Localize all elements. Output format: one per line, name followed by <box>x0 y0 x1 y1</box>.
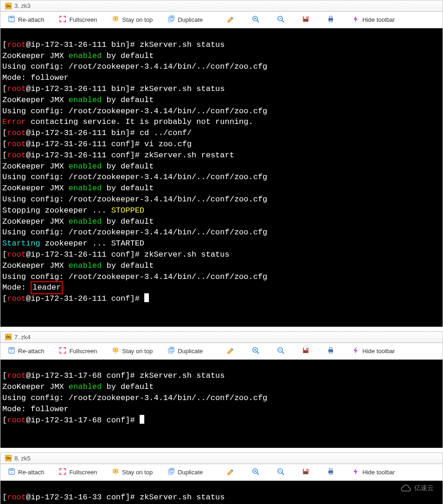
reattach-button[interactable]: Re-attach <box>5 467 47 478</box>
edit-button[interactable] <box>224 467 237 478</box>
save-button[interactable] <box>299 467 312 478</box>
duplicate-button[interactable]: Duplicate <box>165 14 205 25</box>
save-icon <box>302 468 309 477</box>
hidetoolbar-button[interactable]: Hide toolbar <box>349 346 398 356</box>
svg-rect-50 <box>304 472 308 474</box>
print-icon <box>327 15 334 24</box>
reattach-label: Re-attach <box>18 16 44 23</box>
reattach-label: Re-attach <box>18 469 44 476</box>
hidetoolbar-button[interactable]: Hide toolbar <box>349 467 398 478</box>
pin-icon <box>112 468 119 477</box>
fullscreen-label: Fullscreen <box>69 469 97 476</box>
svg-rect-8 <box>171 17 173 18</box>
terminal-line: Using config: /root/zookeeper-3.4.14/bin… <box>2 227 441 238</box>
terminal-line: [root@ip-172-31-26-111 bin]# zkServer.sh… <box>2 39 441 51</box>
fullscreen-button[interactable]: Fullscreen <box>56 467 100 478</box>
terminal-line: Error contacting service. It is probably… <box>2 116 441 128</box>
tab-label[interactable]: 8. zk5 <box>14 455 31 462</box>
tab-label[interactable]: 7. zk4 <box>14 334 31 341</box>
terminal-line: Mode: follower <box>2 404 441 415</box>
fullscreen-button[interactable]: Fullscreen <box>56 14 100 25</box>
toolbar: Re-attach Fullscreen Stay on top Duplica… <box>0 464 443 481</box>
terminal-line: Using config: /root/zookeeper-3.4.14/bin… <box>2 194 441 205</box>
reattach-icon <box>8 347 15 355</box>
svg-rect-38 <box>9 469 14 474</box>
svg-rect-32 <box>304 351 308 353</box>
terminal-line: [root@ip-172-31-26-111 conf]# vi zoo.cfg <box>2 139 441 150</box>
tab-bar: 3. zk3 <box>0 0 443 12</box>
print-icon <box>327 468 334 477</box>
stayontop-button[interactable]: Stay on top <box>109 14 155 25</box>
reattach-button[interactable]: Re-attach <box>5 346 47 356</box>
edit-button[interactable] <box>224 346 237 356</box>
fullscreen-label: Fullscreen <box>69 348 97 355</box>
terminal-line: [root@ip-172-31-26-111 conf]# zkServer.s… <box>2 150 441 161</box>
zoomin-icon <box>252 468 259 477</box>
zoomout-icon <box>277 15 284 24</box>
svg-rect-43 <box>170 468 174 473</box>
reattach-icon <box>8 15 15 24</box>
key-icon <box>5 334 12 340</box>
terminal[interactable]: [root@ip-172-31-16-33 conf]# zkServer.sh… <box>0 481 443 504</box>
save-button[interactable] <box>299 346 312 356</box>
bolt-icon <box>352 468 360 477</box>
print-icon <box>327 347 334 355</box>
edit-icon <box>227 347 234 355</box>
svg-rect-21 <box>10 349 13 349</box>
pin-icon <box>112 15 119 24</box>
terminal-line: [root@ip-172-31-17-68 conf]# <box>2 415 441 426</box>
save-button[interactable] <box>299 14 312 25</box>
svg-rect-17 <box>329 20 332 22</box>
svg-rect-20 <box>9 348 14 353</box>
hidetoolbar-button[interactable]: Hide toolbar <box>349 14 398 25</box>
zoomin-icon <box>252 347 259 355</box>
bolt-icon <box>352 347 360 355</box>
duplicate-label: Duplicate <box>178 16 203 23</box>
zoomin-button[interactable] <box>249 467 262 478</box>
terminal-line: [root@ip-172-31-16-33 conf]# zkServer.sh… <box>2 492 441 503</box>
terminal[interactable]: [root@ip-172-31-17-68 conf]# zkServer.sh… <box>0 360 443 448</box>
edit-button[interactable] <box>224 14 237 25</box>
terminal-line: Using config: /root/zookeeper-3.4.14/bin… <box>2 271 441 283</box>
svg-rect-35 <box>329 352 332 353</box>
zoomout-icon <box>277 347 284 355</box>
svg-rect-53 <box>329 473 332 474</box>
zoomin-icon <box>252 15 259 24</box>
reattach-label: Re-attach <box>18 348 44 355</box>
print-button[interactable] <box>324 14 337 25</box>
key-icon <box>5 455 12 461</box>
terminal-line: ZooKeeper JMX enabled by default <box>2 381 441 393</box>
terminal-line: Using config: /root/zookeeper-3.4.14/bin… <box>2 172 441 183</box>
svg-rect-3 <box>10 17 13 18</box>
terminal-line: Mode: leader <box>2 282 441 293</box>
duplicate-label: Duplicate <box>178 348 203 355</box>
svg-point-5 <box>115 18 116 19</box>
stayontop-button[interactable]: Stay on top <box>109 467 155 478</box>
tab-label[interactable]: 3. zk3 <box>14 2 31 9</box>
fullscreen-button[interactable]: Fullscreen <box>56 346 100 356</box>
duplicate-button[interactable]: Duplicate <box>165 346 205 356</box>
terminal-line: Using config: /root/zookeeper-3.4.14/bin… <box>2 393 441 404</box>
svg-point-23 <box>115 349 116 350</box>
reattach-button[interactable]: Re-attach <box>5 14 47 25</box>
toolbar: Re-attach Fullscreen Stay on top Duplica… <box>0 12 443 28</box>
stayontop-label: Stay on top <box>122 469 153 476</box>
duplicate-button[interactable]: Duplicate <box>165 467 205 478</box>
svg-rect-16 <box>329 16 332 18</box>
terminal[interactable]: [root@ip-172-31-26-111 bin]# zkServer.sh… <box>0 28 443 327</box>
terminal-line: Starting zookeeper ... STARTED <box>2 238 441 249</box>
duplicate-icon <box>167 15 175 24</box>
zoomout-button[interactable] <box>274 346 287 356</box>
print-button[interactable] <box>324 346 337 356</box>
hidetoolbar-label: Hide toolbar <box>362 348 395 355</box>
zoomout-button[interactable] <box>274 14 287 25</box>
tab-bar: 7. zk4 <box>0 331 443 343</box>
zoomout-button[interactable] <box>274 467 287 478</box>
zoomin-button[interactable] <box>249 346 262 356</box>
print-button[interactable] <box>324 467 337 478</box>
zoomin-button[interactable] <box>249 14 262 25</box>
stayontop-button[interactable]: Stay on top <box>109 346 155 356</box>
svg-rect-44 <box>171 469 173 470</box>
terminal-line: ZooKeeper JMX enabled by default <box>2 216 441 227</box>
edit-icon <box>227 468 234 477</box>
